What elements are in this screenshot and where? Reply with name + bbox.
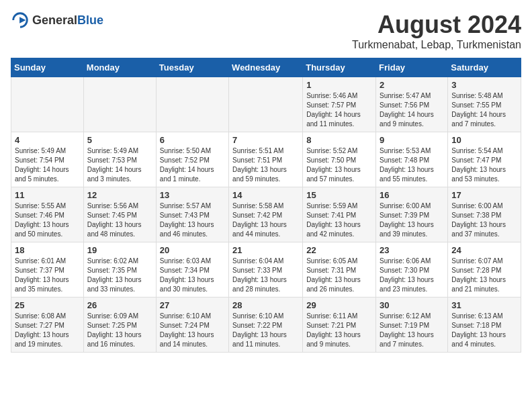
sunrise-text: Sunrise: 6:12 AM	[380, 312, 431, 320]
sunset-text: Sunset: 7:39 PM	[380, 212, 429, 219]
calendar-week-3: 11 Sunrise: 5:55 AM Sunset: 7:46 PM Dayl…	[11, 187, 521, 242]
daylight-text: Daylight: 13 hours and 26 minutes.	[306, 276, 361, 293]
day-info: Sunrise: 6:02 AM Sunset: 7:35 PM Dayligh…	[87, 257, 152, 294]
daylight-text: Daylight: 13 hours and 35 minutes.	[15, 276, 69, 293]
daylight-text: Daylight: 13 hours and 19 minutes.	[15, 331, 69, 348]
day-number: 12	[87, 190, 152, 200]
day-info: Sunrise: 5:51 AM Sunset: 7:51 PM Dayligh…	[232, 146, 299, 184]
sunset-text: Sunset: 7:48 PM	[380, 156, 429, 164]
day-number: 29	[306, 300, 372, 310]
day-info: Sunrise: 6:04 AM Sunset: 7:33 PM Dayligh…	[232, 257, 299, 294]
day-number: 2	[380, 80, 444, 90]
sunrise-text: Sunrise: 5:48 AM	[451, 92, 502, 99]
daylight-text: Daylight: 13 hours and 39 minutes.	[380, 221, 434, 238]
calendar-cell: 20 Sunrise: 6:03 AM Sunset: 7:34 PM Dayl…	[156, 242, 228, 298]
day-number: 14	[232, 190, 299, 200]
day-number: 25	[15, 300, 80, 310]
sunset-text: Sunset: 7:46 PM	[15, 212, 64, 219]
day-number: 10	[451, 135, 517, 145]
day-info: Sunrise: 5:49 AM Sunset: 7:54 PM Dayligh…	[15, 146, 80, 184]
sunrise-text: Sunrise: 6:13 AM	[451, 312, 502, 320]
sunrise-text: Sunrise: 5:59 AM	[306, 202, 357, 210]
calendar-week-4: 18 Sunrise: 6:01 AM Sunset: 7:37 PM Dayl…	[11, 242, 521, 298]
day-number: 26	[87, 300, 152, 310]
sunrise-text: Sunrise: 5:51 AM	[232, 147, 283, 154]
day-info: Sunrise: 6:03 AM Sunset: 7:34 PM Dayligh…	[160, 257, 225, 294]
calendar-cell: 16 Sunrise: 6:00 AM Sunset: 7:39 PM Dayl…	[376, 187, 448, 242]
daylight-text: Daylight: 14 hours and 7 minutes.	[451, 111, 506, 128]
sunset-text: Sunset: 7:25 PM	[87, 322, 137, 329]
day-number: 31	[451, 300, 517, 310]
calendar-header-row: SundayMondayTuesdayWednesdayThursdayFrid…	[11, 58, 521, 77]
calendar-cell: 10 Sunrise: 5:54 AM Sunset: 7:47 PM Dayl…	[448, 132, 521, 187]
day-info: Sunrise: 6:00 AM Sunset: 7:38 PM Dayligh…	[451, 201, 517, 239]
calendar-cell: 31 Sunrise: 6:13 AM Sunset: 7:18 PM Dayl…	[448, 298, 521, 353]
sunset-text: Sunset: 7:31 PM	[306, 267, 356, 274]
sunset-text: Sunset: 7:38 PM	[451, 212, 501, 219]
day-info: Sunrise: 6:13 AM Sunset: 7:18 PM Dayligh…	[451, 312, 517, 349]
calendar-cell: 17 Sunrise: 6:00 AM Sunset: 7:38 PM Dayl…	[448, 187, 521, 242]
sunset-text: Sunset: 7:53 PM	[87, 156, 137, 164]
day-number: 22	[306, 245, 372, 255]
sunset-text: Sunset: 7:54 PM	[15, 156, 64, 164]
sunset-text: Sunset: 7:28 PM	[451, 267, 501, 274]
sunset-text: Sunset: 7:22 PM	[232, 322, 282, 329]
day-info: Sunrise: 6:12 AM Sunset: 7:19 PM Dayligh…	[380, 312, 444, 349]
calendar-cell: 25 Sunrise: 6:08 AM Sunset: 7:27 PM Dayl…	[11, 298, 84, 353]
day-number: 23	[380, 245, 444, 255]
weekday-header-thursday: Thursday	[303, 58, 376, 77]
sunset-text: Sunset: 7:52 PM	[160, 156, 210, 164]
calendar-cell	[11, 77, 84, 132]
weekday-header-friday: Friday	[376, 58, 448, 77]
calendar-cell	[83, 77, 156, 132]
sunset-text: Sunset: 7:41 PM	[306, 212, 356, 219]
calendar-cell: 3 Sunrise: 5:48 AM Sunset: 7:55 PM Dayli…	[448, 77, 521, 132]
daylight-text: Daylight: 13 hours and 28 minutes.	[232, 276, 287, 293]
day-number: 28	[232, 300, 299, 310]
sunrise-text: Sunrise: 5:50 AM	[160, 147, 211, 154]
day-number: 4	[15, 135, 80, 145]
day-info: Sunrise: 5:53 AM Sunset: 7:48 PM Dayligh…	[380, 146, 444, 184]
weekday-header-sunday: Sunday	[11, 58, 84, 77]
daylight-text: Daylight: 13 hours and 59 minutes.	[232, 166, 287, 183]
calendar-cell: 12 Sunrise: 5:56 AM Sunset: 7:45 PM Dayl…	[83, 187, 156, 242]
daylight-text: Daylight: 13 hours and 23 minutes.	[380, 276, 434, 293]
sunset-text: Sunset: 7:37 PM	[15, 267, 64, 274]
calendar-cell: 18 Sunrise: 6:01 AM Sunset: 7:37 PM Dayl…	[11, 242, 84, 298]
calendar-cell: 29 Sunrise: 6:11 AM Sunset: 7:21 PM Dayl…	[303, 298, 376, 353]
day-number: 11	[15, 190, 80, 200]
day-info: Sunrise: 6:06 AM Sunset: 7:30 PM Dayligh…	[380, 257, 444, 294]
day-number: 18	[15, 245, 80, 255]
day-info: Sunrise: 6:08 AM Sunset: 7:27 PM Dayligh…	[15, 312, 80, 349]
day-number: 15	[306, 190, 372, 200]
day-info: Sunrise: 5:58 AM Sunset: 7:42 PM Dayligh…	[232, 201, 299, 239]
day-info: Sunrise: 6:00 AM Sunset: 7:39 PM Dayligh…	[380, 201, 444, 239]
logo: GeneralBlue	[11, 11, 103, 30]
logo-blue-text: Blue	[77, 13, 103, 27]
day-info: Sunrise: 6:07 AM Sunset: 7:28 PM Dayligh…	[451, 257, 517, 294]
day-number: 19	[87, 245, 152, 255]
sunrise-text: Sunrise: 5:49 AM	[15, 147, 66, 154]
sunrise-text: Sunrise: 5:54 AM	[451, 147, 502, 154]
day-number: 24	[451, 245, 517, 255]
daylight-text: Daylight: 13 hours and 21 minutes.	[451, 276, 506, 293]
sunrise-text: Sunrise: 6:01 AM	[15, 257, 66, 265]
svg-marker-1	[19, 17, 26, 23]
day-info: Sunrise: 6:10 AM Sunset: 7:24 PM Dayligh…	[160, 312, 225, 349]
day-info: Sunrise: 6:11 AM Sunset: 7:21 PM Dayligh…	[306, 312, 372, 349]
day-info: Sunrise: 6:05 AM Sunset: 7:31 PM Dayligh…	[306, 257, 372, 294]
day-info: Sunrise: 5:55 AM Sunset: 7:46 PM Dayligh…	[15, 201, 80, 239]
logo-general-text: General	[32, 13, 77, 27]
calendar-week-5: 25 Sunrise: 6:08 AM Sunset: 7:27 PM Dayl…	[11, 298, 521, 353]
calendar-cell: 13 Sunrise: 5:57 AM Sunset: 7:43 PM Dayl…	[156, 187, 228, 242]
calendar-cell: 26 Sunrise: 6:09 AM Sunset: 7:25 PM Dayl…	[83, 298, 156, 353]
daylight-text: Daylight: 13 hours and 37 minutes.	[451, 221, 506, 238]
calendar-cell: 1 Sunrise: 5:46 AM Sunset: 7:57 PM Dayli…	[303, 77, 376, 132]
calendar-cell: 30 Sunrise: 6:12 AM Sunset: 7:19 PM Dayl…	[376, 298, 448, 353]
daylight-text: Daylight: 13 hours and 48 minutes.	[87, 221, 142, 238]
daylight-text: Daylight: 13 hours and 16 minutes.	[87, 331, 142, 348]
sunrise-text: Sunrise: 6:05 AM	[306, 257, 357, 265]
sunrise-text: Sunrise: 5:56 AM	[87, 202, 138, 210]
calendar-cell: 5 Sunrise: 5:49 AM Sunset: 7:53 PM Dayli…	[83, 132, 156, 187]
day-info: Sunrise: 5:48 AM Sunset: 7:55 PM Dayligh…	[451, 91, 517, 129]
